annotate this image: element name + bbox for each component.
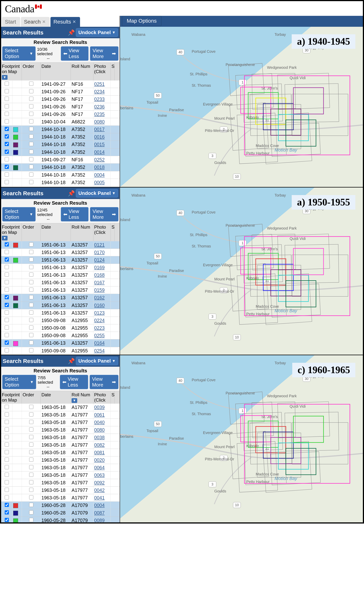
photo-link[interactable]: 0235: [94, 112, 105, 117]
footprint-checkbox[interactable]: [5, 465, 9, 469]
footprint-checkbox[interactable]: [5, 134, 9, 139]
table-row[interactable]: 1950-09-08 A12955 0224: [1, 317, 119, 324]
table-row[interactable]: 1963-05-18 A17977 0039: [1, 404, 119, 411]
photo-link[interactable]: 0081: [94, 450, 105, 455]
table-row[interactable]: 1950-09-08 A12955 0223: [1, 324, 119, 332]
order-checkbox[interactable]: [29, 458, 33, 462]
table-row[interactable]: 1960-05-28 A17079 0089: [1, 517, 119, 522]
footprint-checkbox[interactable]: [5, 280, 9, 284]
photo-link[interactable]: 0087: [94, 510, 105, 515]
photo-link[interactable]: 0082: [94, 442, 105, 448]
table-row[interactable]: 1963-05-18 A17977 0020: [1, 456, 119, 464]
col-order[interactable]: Order: [22, 391, 41, 404]
view-more-button[interactable]: View More➡: [90, 46, 119, 61]
undock-button[interactable]: Undock Panel ▼: [76, 189, 118, 197]
photo-link[interactable]: 0169: [94, 265, 105, 270]
order-checkbox[interactable]: [29, 333, 33, 337]
table-row[interactable]: 1944-10-18 A7352 0017: [1, 126, 119, 133]
col-footprint[interactable]: Footprinton Map: [1, 391, 22, 404]
photo-link[interactable]: 0170: [94, 250, 105, 255]
photo-link[interactable]: 0254: [94, 348, 105, 353]
col-date[interactable]: Date: [41, 63, 71, 81]
table-row[interactable]: 1944-10-18 A7352 0015: [1, 141, 119, 148]
col-photo[interactable]: Photo (Click: [93, 223, 111, 241]
footprint-checkbox[interactable]: [5, 127, 9, 131]
order-checkbox[interactable]: [29, 427, 33, 432]
photo-link[interactable]: 0223: [94, 325, 105, 331]
col-photo[interactable]: Photo (Click: [93, 63, 111, 81]
undock-button[interactable]: Undock Panel ▼: [76, 28, 118, 37]
table-row[interactable]: 1951-06-13 A13257 0169: [1, 264, 119, 271]
footprint-checkbox[interactable]: [5, 242, 9, 246]
col-s[interactable]: S: [111, 391, 114, 404]
order-checkbox[interactable]: [29, 81, 33, 86]
footprint-checkbox[interactable]: [5, 172, 9, 176]
col-footprint[interactable]: Footprinton Map ▼: [1, 223, 22, 241]
select-option-button[interactable]: Select Option ▼: [2, 375, 36, 389]
footprint-checkbox[interactable]: [5, 442, 9, 447]
col-photo[interactable]: Photo (Click: [93, 391, 111, 404]
close-icon[interactable]: ✕: [73, 20, 76, 24]
order-checkbox[interactable]: [29, 157, 33, 161]
footprint-checkbox[interactable]: [5, 325, 9, 330]
view-more-button[interactable]: View More➡: [90, 375, 119, 389]
photo-link[interactable]: 0234: [94, 89, 105, 94]
order-checkbox[interactable]: [29, 480, 33, 484]
pin-icon[interactable]: 📌: [68, 29, 75, 36]
sort-button[interactable]: ▼: [2, 236, 7, 240]
footprint-checkbox[interactable]: [5, 503, 9, 507]
view-more-button[interactable]: View More➡: [90, 207, 119, 222]
order-checkbox[interactable]: [29, 420, 33, 424]
table-row[interactable]: 1944-10-18 A7352 0018: [1, 164, 119, 171]
footprint-checkbox[interactable]: [5, 495, 9, 500]
table-row[interactable]: 1963-05-18 A17977 0064: [1, 464, 119, 472]
photo-link[interactable]: 0017: [94, 127, 105, 132]
order-checkbox[interactable]: [29, 142, 33, 146]
photo-link[interactable]: 0089: [94, 518, 105, 522]
photo-link[interactable]: 0124: [94, 257, 105, 263]
tab-start[interactable]: Start: [2, 17, 20, 27]
footprint-checkbox[interactable]: [5, 333, 9, 337]
photo-link[interactable]: 0061: [94, 412, 105, 418]
table-row[interactable]: 1951-06-13 A13257 0170: [1, 249, 119, 256]
footprint-checkbox[interactable]: [5, 272, 9, 277]
footprint-checkbox[interactable]: [5, 265, 9, 269]
order-checkbox[interactable]: [29, 134, 33, 139]
order-checkbox[interactable]: [29, 104, 33, 108]
photo-link[interactable]: 0164: [94, 340, 105, 346]
footprint-checkbox[interactable]: [5, 250, 9, 254]
table-row[interactable]: 1963-05-18 A17977 0041: [1, 494, 119, 502]
order-checkbox[interactable]: [29, 97, 33, 101]
tab-search[interactable]: Search✕: [21, 17, 50, 27]
order-checkbox[interactable]: [29, 518, 33, 522]
footprint-checkbox[interactable]: [5, 488, 9, 492]
footprint-checkbox[interactable]: [5, 150, 9, 154]
select-option-button[interactable]: Select Option ▼: [2, 46, 36, 61]
footprint-checkbox[interactable]: [5, 405, 9, 409]
table-row[interactable]: 1963-05-18 A17977 0038: [1, 434, 119, 441]
footprint-checkbox[interactable]: [5, 89, 9, 93]
photo-link[interactable]: 0042: [94, 487, 105, 493]
order-checkbox[interactable]: [29, 465, 33, 469]
table-row[interactable]: 1941-09-26 NF17 0233: [1, 95, 119, 103]
table-row[interactable]: 1951-06-13 A13257 0123: [1, 309, 119, 317]
table-row[interactable]: 1963-05-18 A17977 0063: [1, 472, 119, 479]
table-row[interactable]: 1951-06-13 A13257 0160: [1, 302, 119, 309]
footprint-checkbox[interactable]: [5, 427, 9, 432]
photo-link[interactable]: 0160: [94, 303, 105, 308]
table-row[interactable]: 1951-06-13 A13257 0168: [1, 271, 119, 279]
footprint-checkbox[interactable]: [5, 303, 9, 307]
photo-link[interactable]: 0224: [94, 318, 105, 323]
table-row[interactable]: 1940-10-04 A6822 0080: [1, 118, 119, 126]
photo-link[interactable]: 0233: [94, 96, 105, 102]
order-checkbox[interactable]: [29, 172, 33, 176]
photo-link[interactable]: 0038: [94, 435, 105, 440]
table-row[interactable]: 1963-05-18 A17977 0082: [1, 441, 119, 449]
order-checkbox[interactable]: [29, 165, 33, 169]
table-row[interactable]: 1960-05-28 A17079 0004: [1, 502, 119, 509]
map-canvas[interactable]: 4015023103011 WabanaTorbayPortugal CoveL…: [120, 355, 363, 522]
table-row[interactable]: 1944-10-18 A7352 0014: [1, 148, 119, 156]
col-date[interactable]: Date: [41, 391, 71, 404]
footprint-checkbox[interactable]: [5, 450, 9, 454]
photo-link[interactable]: 0121: [94, 242, 105, 247]
